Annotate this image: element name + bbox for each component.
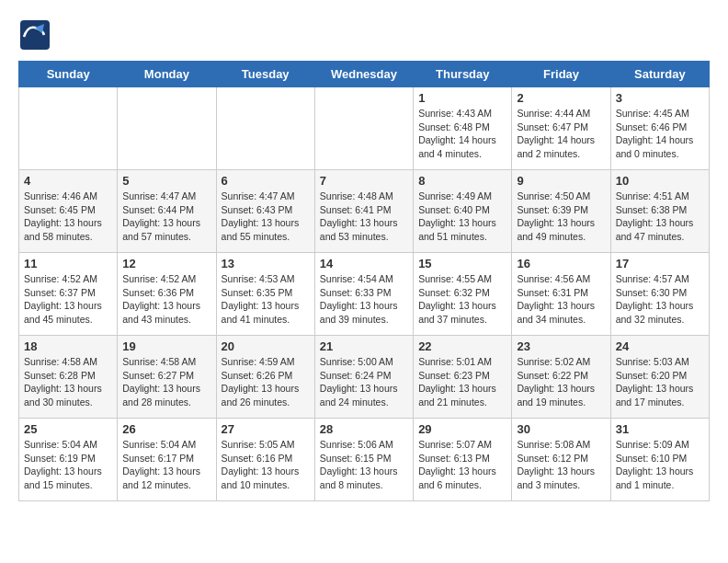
day-info: Sunrise: 4:50 AM Sunset: 6:39 PM Dayligh… — [517, 190, 605, 244]
day-number: 10 — [616, 174, 704, 188]
day-info: Sunrise: 5:08 AM Sunset: 6:12 PM Dayligh… — [517, 438, 605, 492]
day-info: Sunrise: 4:48 AM Sunset: 6:41 PM Dayligh… — [320, 190, 408, 244]
day-info: Sunrise: 4:52 AM Sunset: 6:36 PM Dayligh… — [122, 272, 210, 327]
day-info: Sunrise: 4:56 AM Sunset: 6:31 PM Dayligh… — [517, 272, 605, 327]
day-number: 19 — [122, 339, 210, 353]
day-number: 22 — [418, 339, 506, 353]
calendar-cell: 12Sunrise: 4:52 AM Sunset: 6:36 PM Dayli… — [118, 253, 216, 336]
day-number: 4 — [24, 174, 112, 188]
day-info: Sunrise: 5:06 AM Sunset: 6:15 PM Dayligh… — [320, 438, 408, 492]
calendar-cell: 1Sunrise: 4:43 AM Sunset: 6:48 PM Daylig… — [414, 87, 512, 170]
calendar-cell: 6Sunrise: 4:47 AM Sunset: 6:43 PM Daylig… — [216, 170, 314, 253]
calendar-cell: 22Sunrise: 5:01 AM Sunset: 6:23 PM Dayli… — [414, 336, 512, 419]
calendar-cell: 24Sunrise: 5:03 AM Sunset: 6:20 PM Dayli… — [610, 336, 709, 419]
calendar-cell: 30Sunrise: 5:08 AM Sunset: 6:12 PM Dayli… — [512, 419, 610, 501]
calendar-cell: 26Sunrise: 5:04 AM Sunset: 6:17 PM Dayli… — [118, 419, 216, 501]
day-number: 27 — [222, 422, 310, 436]
header-saturday: Saturday — [610, 62, 709, 87]
day-number: 24 — [616, 339, 704, 353]
page-header — [18, 18, 710, 52]
logo — [18, 18, 55, 52]
day-number: 15 — [418, 257, 506, 270]
day-info: Sunrise: 5:05 AM Sunset: 6:16 PM Dayligh… — [222, 438, 310, 492]
day-info: Sunrise: 5:02 AM Sunset: 6:22 PM Dayligh… — [517, 355, 605, 409]
calendar-cell: 4Sunrise: 4:46 AM Sunset: 6:45 PM Daylig… — [19, 170, 118, 253]
calendar-cell: 19Sunrise: 4:58 AM Sunset: 6:27 PM Dayli… — [118, 336, 216, 419]
calendar-cell: 3Sunrise: 4:45 AM Sunset: 6:46 PM Daylig… — [610, 87, 709, 170]
day-info: Sunrise: 4:47 AM Sunset: 6:43 PM Dayligh… — [222, 190, 310, 244]
calendar-cell: 7Sunrise: 4:48 AM Sunset: 6:41 PM Daylig… — [314, 170, 413, 253]
day-number: 17 — [616, 257, 704, 270]
calendar-cell: 25Sunrise: 5:04 AM Sunset: 6:19 PM Dayli… — [19, 419, 118, 501]
calendar-cell: 13Sunrise: 4:53 AM Sunset: 6:35 PM Dayli… — [216, 253, 314, 336]
day-info: Sunrise: 5:04 AM Sunset: 6:17 PM Dayligh… — [122, 438, 210, 492]
day-info: Sunrise: 4:43 AM Sunset: 6:48 PM Dayligh… — [418, 107, 506, 161]
day-number: 11 — [24, 257, 112, 270]
calendar-cell: 17Sunrise: 4:57 AM Sunset: 6:30 PM Dayli… — [610, 253, 709, 336]
day-info: Sunrise: 4:54 AM Sunset: 6:33 PM Dayligh… — [320, 272, 408, 327]
week-row-3: 11Sunrise: 4:52 AM Sunset: 6:37 PM Dayli… — [19, 253, 710, 336]
calendar-cell — [314, 87, 413, 170]
week-row-4: 18Sunrise: 4:58 AM Sunset: 6:28 PM Dayli… — [19, 336, 710, 419]
day-info: Sunrise: 5:01 AM Sunset: 6:23 PM Dayligh… — [418, 355, 506, 409]
calendar-cell: 28Sunrise: 5:06 AM Sunset: 6:15 PM Dayli… — [314, 419, 413, 501]
calendar-cell: 5Sunrise: 4:47 AM Sunset: 6:44 PM Daylig… — [118, 170, 216, 253]
header-row: SundayMondayTuesdayWednesdayThursdayFrid… — [19, 62, 710, 87]
week-row-2: 4Sunrise: 4:46 AM Sunset: 6:45 PM Daylig… — [19, 170, 710, 253]
calendar-cell: 2Sunrise: 4:44 AM Sunset: 6:47 PM Daylig… — [512, 87, 610, 170]
day-info: Sunrise: 4:57 AM Sunset: 6:30 PM Dayligh… — [616, 272, 704, 327]
calendar-cell — [19, 87, 118, 170]
day-number: 28 — [320, 422, 408, 436]
day-number: 5 — [122, 174, 210, 188]
day-number: 9 — [517, 174, 605, 188]
calendar-cell: 11Sunrise: 4:52 AM Sunset: 6:37 PM Dayli… — [19, 253, 118, 336]
header-sunday: Sunday — [19, 62, 118, 87]
day-info: Sunrise: 4:44 AM Sunset: 6:47 PM Dayligh… — [517, 107, 605, 161]
day-info: Sunrise: 4:55 AM Sunset: 6:32 PM Dayligh… — [418, 272, 506, 327]
calendar-cell: 16Sunrise: 4:56 AM Sunset: 6:31 PM Dayli… — [512, 253, 610, 336]
day-number: 13 — [222, 257, 310, 270]
week-row-1: 1Sunrise: 4:43 AM Sunset: 6:48 PM Daylig… — [19, 87, 710, 170]
day-info: Sunrise: 4:59 AM Sunset: 6:26 PM Dayligh… — [222, 355, 310, 409]
day-info: Sunrise: 5:03 AM Sunset: 6:20 PM Dayligh… — [616, 355, 704, 409]
logo-icon — [18, 18, 51, 52]
day-number: 6 — [222, 174, 310, 188]
day-info: Sunrise: 4:47 AM Sunset: 6:44 PM Dayligh… — [122, 190, 210, 244]
calendar-cell: 14Sunrise: 4:54 AM Sunset: 6:33 PM Dayli… — [314, 253, 413, 336]
day-number: 30 — [517, 422, 605, 436]
day-number: 31 — [616, 422, 704, 436]
day-number: 25 — [24, 422, 112, 436]
day-number: 14 — [320, 257, 408, 270]
calendar-cell: 29Sunrise: 5:07 AM Sunset: 6:13 PM Dayli… — [414, 419, 512, 501]
day-info: Sunrise: 4:58 AM Sunset: 6:28 PM Dayligh… — [24, 355, 112, 409]
day-info: Sunrise: 5:07 AM Sunset: 6:13 PM Dayligh… — [418, 438, 506, 492]
calendar-cell: 9Sunrise: 4:50 AM Sunset: 6:39 PM Daylig… — [512, 170, 610, 253]
day-number: 26 — [122, 422, 210, 436]
calendar-cell: 23Sunrise: 5:02 AM Sunset: 6:22 PM Dayli… — [512, 336, 610, 419]
day-number: 23 — [517, 339, 605, 353]
day-number: 3 — [616, 91, 704, 105]
day-info: Sunrise: 5:04 AM Sunset: 6:19 PM Dayligh… — [24, 438, 112, 492]
calendar-cell: 21Sunrise: 5:00 AM Sunset: 6:24 PM Dayli… — [314, 336, 413, 419]
day-number: 18 — [24, 339, 112, 353]
calendar-cell: 18Sunrise: 4:58 AM Sunset: 6:28 PM Dayli… — [19, 336, 118, 419]
day-number: 7 — [320, 174, 408, 188]
day-info: Sunrise: 4:46 AM Sunset: 6:45 PM Dayligh… — [24, 190, 112, 244]
week-row-5: 25Sunrise: 5:04 AM Sunset: 6:19 PM Dayli… — [19, 419, 710, 501]
calendar-cell: 27Sunrise: 5:05 AM Sunset: 6:16 PM Dayli… — [216, 419, 314, 501]
header-tuesday: Tuesday — [216, 62, 314, 87]
day-number: 20 — [222, 339, 310, 353]
day-number: 16 — [517, 257, 605, 270]
calendar-table: SundayMondayTuesdayWednesdayThursdayFrid… — [18, 61, 710, 501]
day-info: Sunrise: 4:45 AM Sunset: 6:46 PM Dayligh… — [616, 107, 704, 161]
day-number: 2 — [517, 91, 605, 105]
header-friday: Friday — [512, 62, 610, 87]
day-info: Sunrise: 4:52 AM Sunset: 6:37 PM Dayligh… — [24, 272, 112, 327]
calendar-cell: 10Sunrise: 4:51 AM Sunset: 6:38 PM Dayli… — [610, 170, 709, 253]
calendar-cell: 8Sunrise: 4:49 AM Sunset: 6:40 PM Daylig… — [414, 170, 512, 253]
day-info: Sunrise: 4:49 AM Sunset: 6:40 PM Dayligh… — [418, 190, 506, 244]
day-info: Sunrise: 5:00 AM Sunset: 6:24 PM Dayligh… — [320, 355, 408, 409]
calendar-cell: 31Sunrise: 5:09 AM Sunset: 6:10 PM Dayli… — [610, 419, 709, 501]
day-number: 1 — [418, 91, 506, 105]
day-info: Sunrise: 5:09 AM Sunset: 6:10 PM Dayligh… — [616, 438, 704, 492]
